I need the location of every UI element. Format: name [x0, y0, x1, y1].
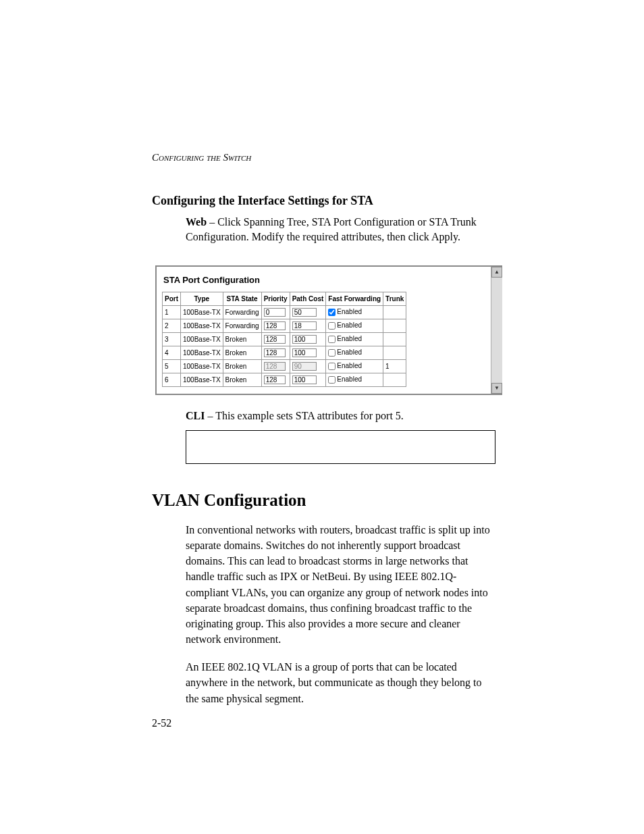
- cell-port: 4: [163, 346, 181, 359]
- cell-trunk: [383, 332, 406, 346]
- cell-trunk: [383, 319, 406, 332]
- col-sta-state: STA State: [223, 292, 261, 305]
- cell-priority: [261, 346, 290, 359]
- cell-priority: [261, 319, 290, 332]
- priority-input[interactable]: [264, 321, 286, 330]
- page-number: 2-52: [152, 717, 171, 729]
- priority-input[interactable]: [264, 335, 286, 344]
- table-header-row: Port Type STA State Priority Path Cost F…: [163, 292, 406, 305]
- scroll-up-button[interactable]: ▲: [491, 267, 502, 278]
- cell-sta-state: Broken: [223, 346, 261, 359]
- fast-forwarding-label: Enabled: [337, 348, 362, 356]
- priority-input[interactable]: [264, 308, 286, 317]
- priority-input[interactable]: [264, 375, 286, 384]
- web-label: Web: [186, 216, 207, 228]
- cell-type: 100Base-TX: [181, 373, 223, 386]
- cell-type: 100Base-TX: [181, 305, 223, 319]
- cell-trunk: [383, 305, 406, 319]
- cell-type: 100Base-TX: [181, 346, 223, 359]
- scroll-down-button[interactable]: ▼: [491, 383, 502, 394]
- vlan-configuration-heading: VLAN Configuration: [152, 491, 495, 510]
- web-paragraph: Web – Click Spanning Tree, STA Port Conf…: [186, 215, 495, 245]
- fast-forwarding-checkbox[interactable]: [328, 336, 336, 343]
- cell-trunk: [383, 346, 406, 359]
- cell-type: 100Base-TX: [181, 359, 223, 373]
- col-trunk: Trunk: [383, 292, 406, 305]
- cell-path-cost: [290, 332, 326, 346]
- cell-trunk: 1: [383, 359, 406, 373]
- web-text: – Click Spanning Tree, STA Port Configur…: [186, 216, 477, 242]
- path-cost-input: [292, 362, 317, 371]
- cli-text: – This example sets STA attributes for p…: [205, 410, 403, 421]
- cell-sta-state: Broken: [223, 359, 261, 373]
- col-priority: Priority: [261, 292, 290, 305]
- running-header: Configuring the Switch: [152, 152, 495, 163]
- fast-forwarding-checkbox[interactable]: [328, 349, 336, 357]
- col-port: Port: [163, 292, 181, 305]
- cli-paragraph: CLI – This example sets STA attributes f…: [186, 410, 495, 422]
- cell-priority: [261, 359, 290, 373]
- cell-sta-state: Forwarding: [223, 305, 261, 319]
- table-row: 5100Base-TXBrokenEnabled1: [163, 359, 406, 373]
- fast-forwarding-checkbox[interactable]: [328, 376, 336, 384]
- cli-label: CLI: [186, 410, 205, 421]
- cli-example-box: [186, 430, 495, 464]
- panel-title: STA Port Configuration: [157, 267, 502, 292]
- vlan-paragraph-1: In conventional networks with routers, b…: [186, 522, 495, 648]
- cell-fast-forwarding: Enabled: [326, 346, 383, 359]
- vertical-scrollbar[interactable]: ▲ ▼: [491, 267, 502, 394]
- cell-path-cost: [290, 373, 326, 386]
- path-cost-input[interactable]: [292, 348, 317, 357]
- cell-path-cost: [290, 319, 326, 332]
- cell-sta-state: Forwarding: [223, 319, 261, 332]
- table-row: 2100Base-TXForwardingEnabled: [163, 319, 406, 332]
- fast-forwarding-checkbox[interactable]: [328, 363, 336, 370]
- col-type: Type: [181, 292, 223, 305]
- cell-fast-forwarding: Enabled: [326, 359, 383, 373]
- cell-type: 100Base-TX: [181, 319, 223, 332]
- section-heading: Configuring the Interface Settings for S…: [152, 194, 495, 208]
- path-cost-input[interactable]: [292, 321, 317, 330]
- table-row: 6100Base-TXBrokenEnabled: [163, 373, 406, 386]
- sta-port-configuration-panel: STA Port Configuration Port Type STA Sta…: [155, 265, 502, 395]
- path-cost-input[interactable]: [292, 375, 317, 384]
- table-row: 4100Base-TXBrokenEnabled: [163, 346, 406, 359]
- cell-fast-forwarding: Enabled: [326, 332, 383, 346]
- cell-port: 5: [163, 359, 181, 373]
- table-row: 3100Base-TXBrokenEnabled: [163, 332, 406, 346]
- priority-input: [264, 362, 286, 371]
- cell-path-cost: [290, 346, 326, 359]
- cell-trunk: [383, 373, 406, 386]
- cell-fast-forwarding: Enabled: [326, 373, 383, 386]
- cell-port: 3: [163, 332, 181, 346]
- table-row: 1100Base-TXForwardingEnabled: [163, 305, 406, 319]
- cell-fast-forwarding: Enabled: [326, 305, 383, 319]
- cell-port: 2: [163, 319, 181, 332]
- cell-priority: [261, 332, 290, 346]
- fast-forwarding-checkbox[interactable]: [328, 322, 336, 330]
- vlan-paragraph-2: An IEEE 802.1Q VLAN is a group of ports …: [186, 659, 495, 706]
- fast-forwarding-label: Enabled: [337, 362, 362, 369]
- cell-port: 1: [163, 305, 181, 319]
- sta-table: Port Type STA State Priority Path Cost F…: [162, 292, 406, 387]
- cell-path-cost: [290, 305, 326, 319]
- cell-sta-state: Broken: [223, 332, 261, 346]
- fast-forwarding-label: Enabled: [337, 375, 362, 383]
- cell-path-cost: [290, 359, 326, 373]
- col-fast-forwarding: Fast Forwarding: [326, 292, 383, 305]
- col-path-cost: Path Cost: [290, 292, 326, 305]
- cell-priority: [261, 373, 290, 386]
- fast-forwarding-checkbox[interactable]: [328, 309, 336, 316]
- path-cost-input[interactable]: [292, 308, 317, 317]
- path-cost-input[interactable]: [292, 335, 317, 344]
- fast-forwarding-label: Enabled: [337, 321, 362, 329]
- fast-forwarding-label: Enabled: [337, 335, 362, 342]
- cell-sta-state: Broken: [223, 373, 261, 386]
- priority-input[interactable]: [264, 348, 286, 357]
- fast-forwarding-label: Enabled: [337, 308, 362, 315]
- cell-port: 6: [163, 373, 181, 386]
- cell-fast-forwarding: Enabled: [326, 319, 383, 332]
- cell-type: 100Base-TX: [181, 332, 223, 346]
- cell-priority: [261, 305, 290, 319]
